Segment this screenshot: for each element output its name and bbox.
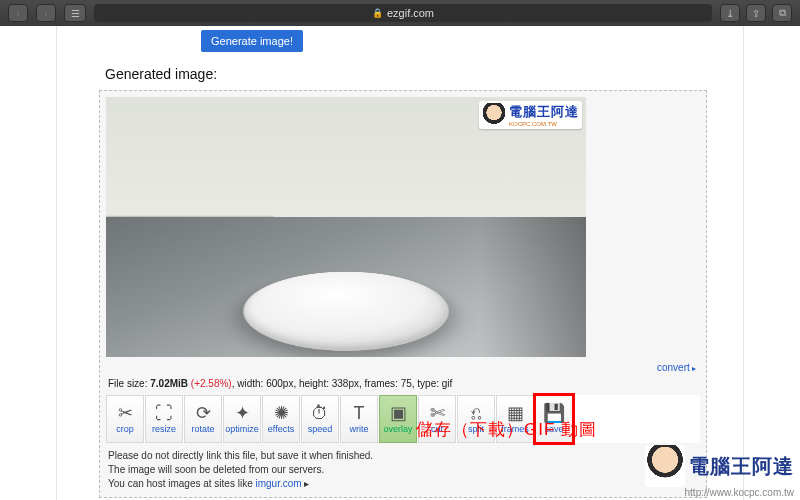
corner-wm-title: 電腦王阿達 xyxy=(689,453,794,480)
optimize-icon: ✦ xyxy=(235,404,250,422)
tool-effects[interactable]: ✺effects xyxy=(262,395,300,443)
tool-overlay[interactable]: ▣overlay xyxy=(379,395,417,443)
address-bar[interactable]: 🔒 ezgif.com xyxy=(94,4,712,22)
share-button[interactable]: ⇪ xyxy=(746,4,766,22)
avatar-icon xyxy=(645,445,685,487)
annotation-text: 儲存（下載）GIF 動圖 xyxy=(416,418,597,441)
preview-watermark: 電腦王阿達 KOCPC.COM.TW xyxy=(479,101,582,129)
avatar-icon xyxy=(482,103,506,127)
layout-divider xyxy=(56,26,57,500)
nav-forward-button[interactable]: › xyxy=(36,4,56,22)
tool-label: optimize xyxy=(225,424,259,434)
resize-icon: ⛶ xyxy=(155,404,173,422)
url-text: ezgif.com xyxy=(387,7,434,19)
watermark-title: 電腦王阿達 xyxy=(509,103,579,121)
tool-speed[interactable]: ⏱speed xyxy=(301,395,339,443)
result-panel: 電腦王阿達 KOCPC.COM.TW convert File size: 7.… xyxy=(99,90,707,498)
tabs-button[interactable]: ⧉ xyxy=(772,4,792,22)
tool-label: write xyxy=(349,424,368,434)
preview-image: 電腦王阿達 KOCPC.COM.TW xyxy=(106,97,586,357)
watermark-url: KOCPC.COM.TW xyxy=(509,121,579,127)
corner-watermark: 電腦王阿達 http://www.kocpc.com.tw xyxy=(645,445,794,498)
tool-toolbar: ✂crop⛶resize⟳rotate✦optimize✺effects⏱spe… xyxy=(106,395,700,443)
nav-back-button[interactable]: ‹ xyxy=(8,4,28,22)
speed-icon: ⏱ xyxy=(311,404,329,422)
corner-wm-url: http://www.kocpc.com.tw xyxy=(645,487,794,498)
layout-divider xyxy=(743,26,744,500)
tool-label: effects xyxy=(268,424,294,434)
write-icon: T xyxy=(354,404,365,422)
tool-resize[interactable]: ⛶resize xyxy=(145,395,183,443)
tool-rotate[interactable]: ⟳rotate xyxy=(184,395,222,443)
generated-image-heading: Generated image: xyxy=(105,66,707,82)
tool-label: rotate xyxy=(191,424,214,434)
tool-label: overlay xyxy=(383,424,412,434)
file-info: File size: 7.02MiB (+2.58%), width: 600p… xyxy=(106,376,700,395)
generate-image-button[interactable]: Generate image! xyxy=(201,30,303,52)
tool-label: speed xyxy=(308,424,333,434)
rotate-icon: ⟳ xyxy=(196,404,211,422)
download-button[interactable]: ⤓ xyxy=(720,4,740,22)
tool-optimize[interactable]: ✦optimize xyxy=(223,395,261,443)
crop-icon: ✂ xyxy=(118,404,133,422)
tool-crop[interactable]: ✂crop xyxy=(106,395,144,443)
overlay-icon: ▣ xyxy=(390,404,407,422)
convert-link[interactable]: convert xyxy=(657,362,696,373)
lock-icon: 🔒 xyxy=(372,8,383,18)
notes-text: Please do not directly link this file, b… xyxy=(108,449,700,491)
imgur-link[interactable]: imgur.com xyxy=(256,478,302,489)
tool-label: crop xyxy=(116,424,134,434)
tool-write[interactable]: Twrite xyxy=(340,395,378,443)
effects-icon: ✺ xyxy=(274,404,289,422)
sidebar-toggle-button[interactable]: ☰ xyxy=(64,4,86,22)
browser-toolbar: ‹ › ☰ 🔒 ezgif.com ⤓ ⇪ ⧉ xyxy=(0,0,800,26)
tool-label: resize xyxy=(152,424,176,434)
